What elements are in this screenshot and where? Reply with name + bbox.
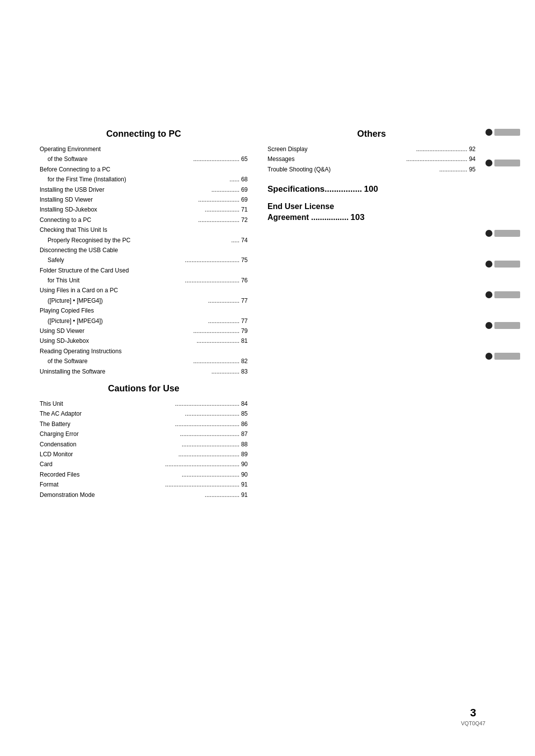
connecting-to-pc-title: Connecting to PC — [40, 129, 248, 139]
toc-row-indent: for This Unit ..........................… — [40, 275, 248, 285]
end-user-page: 103 — [351, 213, 365, 222]
bullet-row-3 — [485, 230, 520, 237]
specifications-label: Specifications................ — [268, 184, 362, 194]
bullet-circle-2 — [485, 160, 492, 166]
bullet-circle-6 — [485, 322, 492, 329]
toc-row: Format .................................… — [40, 480, 248, 489]
toc-row: Operating Environment — [40, 144, 248, 154]
specifications-page: 100 — [364, 184, 378, 194]
bullet-circle-4 — [485, 261, 492, 268]
bullet-indicators — [485, 129, 520, 360]
left-column: Connecting to PC Operating Environment o… — [40, 129, 248, 500]
bullet-circle-1 — [485, 129, 492, 136]
right-column: Others Screen Display ..................… — [268, 129, 476, 500]
bullet-bar-3 — [494, 230, 520, 237]
bullet-circle-7 — [485, 353, 492, 360]
toc-row: Before Connecting to a PC — [40, 164, 248, 174]
others-title: Others — [268, 129, 476, 139]
toc-row: Condensation ...........................… — [40, 439, 248, 449]
bullet-row-6 — [485, 322, 520, 329]
specifications-row: Specifications................ 100 — [268, 184, 476, 194]
toc-row-indent: ([Picture] • [MPEG4]) ..................… — [40, 296, 248, 306]
end-user-line1: End User License — [268, 201, 476, 212]
toc-row-indent: of the Software ........................… — [40, 154, 248, 164]
page-container: Connecting to PC Operating Environment o… — [0, 0, 535, 756]
toc-row: Installing SD Viewer ...................… — [40, 195, 248, 205]
toc-row: Card ...................................… — [40, 459, 248, 469]
vqt-code: VQT0Q47 — [461, 720, 485, 726]
toc-row: Uninstalling the Software ..............… — [40, 367, 248, 377]
specifications-section: Specifications................ 100 — [268, 184, 476, 194]
bullet-circle-5 — [485, 291, 492, 298]
toc-row: The Battery ............................… — [40, 419, 248, 429]
toc-row: Reading Operating Instructions — [40, 346, 248, 356]
toc-item: Operating Environment of the Software ..… — [40, 144, 248, 377]
bullet-bar-1 — [494, 129, 520, 136]
toc-row: Using SD-Jukebox .......................… — [40, 336, 248, 346]
toc-row: Connecting to a PC .....................… — [40, 215, 248, 225]
toc-row: Trouble Shooting (Q&A) .................… — [268, 164, 476, 174]
toc-row: Using SD Viewer ........................… — [40, 326, 248, 336]
page-number: 3 — [461, 706, 485, 719]
cautions-for-use-title: Cautions for Use — [40, 383, 248, 394]
toc-row-indent: Properly Recognised by the PC ..... 74 — [40, 235, 248, 245]
end-user-section: End User License Agreement .............… — [268, 201, 476, 222]
toc-row: Installing the USB Driver ..............… — [40, 185, 248, 195]
toc-row: Screen Display .........................… — [268, 144, 476, 154]
bullet-row-1 — [485, 129, 520, 136]
toc-row: Using Files in a Card on a PC — [40, 285, 248, 295]
content-area: Connecting to PC Operating Environment o… — [40, 129, 495, 500]
toc-row: Installing SD-Jukebox ..................… — [40, 205, 248, 215]
toc-row: This Unit ..............................… — [40, 399, 248, 409]
bullet-bar-5 — [494, 291, 520, 298]
others-toc-items: Screen Display .........................… — [268, 144, 476, 174]
bullet-row-7 — [485, 353, 520, 360]
toc-row: Playing Copied Files — [40, 306, 248, 316]
toc-row: Disconnecting the USB Cable — [40, 245, 248, 255]
page-number-area: 3 VQT0Q47 — [461, 706, 485, 726]
toc-row: Checking that This Unit Is — [40, 225, 248, 235]
toc-row: Charging Error .........................… — [40, 429, 248, 439]
toc-row: LCD Monitor ............................… — [40, 449, 248, 459]
toc-row: Demonstration Mode .....................… — [40, 490, 248, 500]
bullet-circle-3 — [485, 230, 492, 237]
toc-row: Recorded Files .........................… — [40, 470, 248, 480]
bullet-bar-4 — [494, 261, 520, 268]
bullet-row-2 — [485, 160, 520, 166]
toc-row-indent: of the Software ........................… — [40, 356, 248, 366]
others-section: Others Screen Display ..................… — [268, 129, 476, 174]
toc-row: The AC Adaptor .........................… — [40, 409, 248, 419]
toc-row-indent: for the First Time (Installation) ......… — [40, 174, 248, 184]
bullet-bar-7 — [494, 353, 520, 360]
toc-row-indent: Safely .................................… — [40, 255, 248, 265]
bullet-row-5 — [485, 291, 520, 298]
bullet-bar-6 — [494, 322, 520, 329]
toc-row: Messages ...............................… — [268, 154, 476, 164]
top-spacer — [40, 30, 495, 129]
toc-row: Folder Structure of the Card Used — [40, 266, 248, 275]
toc-row-indent: ([Picture] • [MPEG4]) ..................… — [40, 316, 248, 326]
end-user-line2: Agreement ................. 103 — [268, 213, 476, 222]
bullet-bar-2 — [494, 160, 520, 166]
connecting-to-pc-section: Connecting to PC Operating Environment o… — [40, 129, 248, 377]
cautions-toc-items: This Unit ..............................… — [40, 399, 248, 500]
bullet-row-4 — [485, 261, 520, 268]
cautions-for-use-section: Cautions for Use This Unit .............… — [40, 383, 248, 500]
